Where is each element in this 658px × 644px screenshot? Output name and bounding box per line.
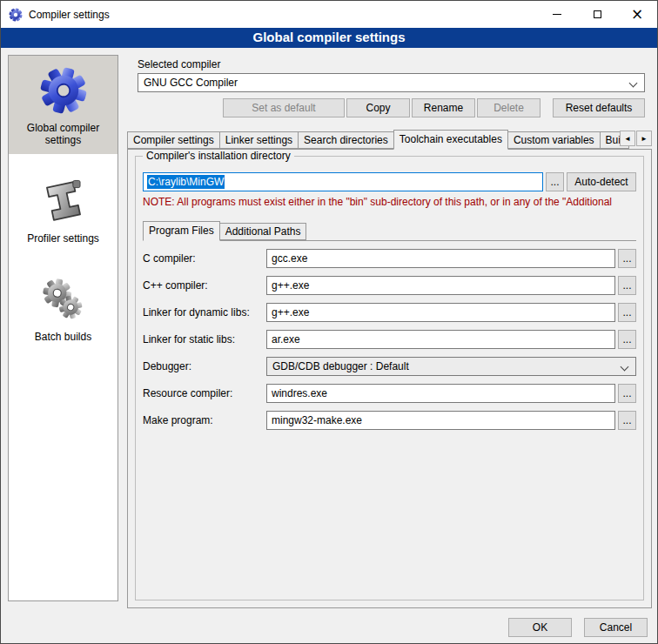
install-dir-value: C:\raylib\MinGW: [147, 175, 225, 189]
batch-builds-icon: [38, 274, 89, 325]
tab-compiler-settings[interactable]: Compiler settings: [127, 131, 220, 149]
field-row-dynamic-linker: Linker for dynamic libs: ...: [143, 303, 636, 322]
installation-directory-group: Compiler's installation directory C:\ray…: [135, 156, 644, 600]
tab-scroll-right-button[interactable]: ►: [636, 131, 652, 146]
dynamic-linker-input[interactable]: [266, 303, 615, 322]
field-row-cpp-compiler: C++ compiler: ...: [143, 276, 636, 295]
field-row-c-compiler: C compiler: ...: [143, 249, 636, 268]
tab-additional-paths[interactable]: Additional Paths: [219, 223, 307, 240]
maximize-button[interactable]: [577, 1, 617, 28]
browse-make-program-button[interactable]: ...: [618, 411, 636, 430]
chevron-down-icon: [629, 79, 638, 88]
compiler-select[interactable]: GNU GCC Compiler: [138, 73, 645, 92]
minimize-button[interactable]: [537, 1, 577, 28]
ok-button[interactable]: OK: [508, 618, 572, 637]
cancel-button[interactable]: Cancel: [584, 618, 648, 637]
note-text: NOTE: All programs must exist either in …: [143, 196, 636, 208]
titlebar: Compiler settings ×: [1, 1, 657, 28]
field-label: Linker for dynamic libs:: [143, 306, 266, 319]
main-panel: Selected compiler GNU GCC Compiler Set a…: [127, 55, 652, 608]
field-label: Linker for static libs:: [143, 333, 266, 345]
chevron-down-icon: [621, 363, 629, 372]
install-dir-input[interactable]: C:\raylib\MinGW: [143, 172, 543, 191]
compiler-settings-window: Compiler settings × Global compiler sett…: [0, 0, 658, 644]
minimize-icon: [553, 14, 561, 15]
make-program-input[interactable]: [266, 411, 615, 430]
tab-toolchain-executables[interactable]: Toolchain executables: [393, 130, 508, 150]
field-row-resource-compiler: Resource compiler: ...: [143, 384, 636, 403]
field-row-make-program: Make program: ...: [143, 411, 636, 430]
browse-install-dir-button[interactable]: ...: [546, 172, 564, 191]
field-row-debugger: Debugger: GDB/CDB debugger : Default: [143, 357, 636, 376]
resource-compiler-input[interactable]: [266, 384, 615, 403]
tab-scroll-left-button[interactable]: ◄: [620, 131, 635, 146]
window-controls: ×: [537, 1, 657, 28]
debugger-select[interactable]: GDB/CDB debugger : Default: [266, 357, 636, 376]
tab-program-files[interactable]: Program Files: [143, 221, 220, 241]
window-title: Compiler settings: [29, 9, 110, 21]
c-compiler-input[interactable]: [266, 249, 615, 268]
dialog-footer: OK Cancel: [507, 618, 648, 637]
browse-c-compiler-button[interactable]: ...: [618, 249, 636, 268]
field-label: C++ compiler:: [143, 279, 266, 292]
copy-button[interactable]: Copy: [346, 98, 410, 117]
cpp-compiler-input[interactable]: [266, 276, 615, 295]
browse-static-linker-button[interactable]: ...: [618, 330, 636, 349]
auto-detect-button[interactable]: Auto-detect: [567, 172, 636, 191]
browse-resource-compiler-button[interactable]: ...: [618, 384, 636, 403]
arrow-right-icon: ►: [641, 135, 648, 143]
gear-icon: [38, 65, 89, 116]
group-title: Compiler's installation directory: [143, 150, 294, 162]
program-files-page: C compiler: ... C++ compiler: ... Linker…: [143, 240, 636, 430]
sidebar-item-batch-builds[interactable]: Batch builds: [9, 265, 118, 351]
reset-defaults-button[interactable]: Reset defaults: [553, 98, 645, 117]
sidebar-item-profiler-settings[interactable]: Profiler settings: [9, 166, 118, 252]
sidebar-item-label: Global compiler settings: [12, 122, 114, 146]
tab-scroll-buttons: ◄ ►: [619, 131, 652, 146]
set-as-default-button[interactable]: Set as default: [223, 98, 345, 117]
compiler-buttons: Set as default Copy Rename Delete Reset …: [138, 98, 645, 117]
page-title: Global compiler settings: [1, 28, 657, 48]
rename-button[interactable]: Rename: [412, 98, 475, 117]
compiler-select-value: GNU GCC Compiler: [144, 77, 238, 89]
close-icon: ×: [631, 7, 643, 22]
app-gear-icon: [9, 8, 23, 22]
tab-linker-settings[interactable]: Linker settings: [219, 131, 299, 149]
browse-dynamic-linker-button[interactable]: ...: [618, 303, 636, 322]
toolchain-tabpage: Compiler's installation directory C:\ray…: [127, 149, 652, 608]
close-button[interactable]: ×: [617, 1, 657, 28]
browse-cpp-compiler-button[interactable]: ...: [618, 276, 636, 295]
field-row-static-linker: Linker for static libs: ...: [143, 330, 636, 349]
settings-tabstrip: Compiler settings Linker settings Search…: [127, 129, 652, 149]
profiler-icon: [38, 176, 89, 226]
sidebar: Global compiler settings Profiler settin…: [8, 55, 118, 601]
maximize-icon: [594, 10, 601, 18]
debugger-select-value: GDB/CDB debugger : Default: [272, 360, 409, 372]
program-files-tabstrip: Program Files Additional Paths: [143, 220, 636, 240]
arrow-left-icon: ◄: [624, 135, 631, 143]
sidebar-item-label: Profiler settings: [27, 232, 99, 245]
static-linker-input[interactable]: [266, 330, 615, 349]
field-label: Make program:: [143, 414, 266, 426]
tab-custom-variables[interactable]: Custom variables: [507, 131, 601, 149]
field-label: Debugger:: [143, 360, 266, 372]
install-dir-row: C:\raylib\MinGW ... Auto-detect: [143, 172, 636, 191]
sidebar-item-global-compiler-settings[interactable]: Global compiler settings: [9, 56, 118, 154]
field-label: C compiler:: [143, 252, 266, 265]
field-label: Resource compiler:: [143, 387, 266, 399]
sidebar-item-label: Batch builds: [35, 331, 91, 343]
delete-button[interactable]: Delete: [477, 98, 540, 117]
tab-search-directories[interactable]: Search directories: [298, 131, 394, 149]
selected-compiler-label: Selected compiler: [138, 58, 652, 70]
